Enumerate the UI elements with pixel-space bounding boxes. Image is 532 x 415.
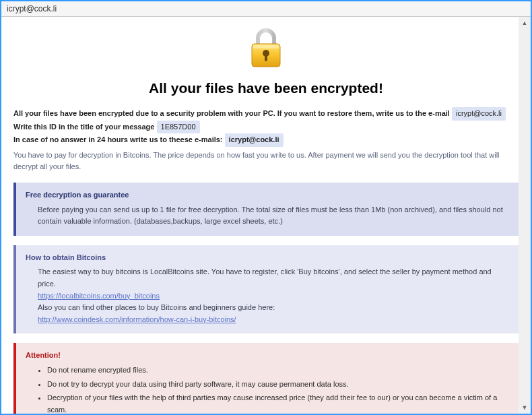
- contact-email-1: icrypt@cock.li: [452, 107, 506, 121]
- intro-line-2: Write this ID in the title of your messa…: [13, 121, 519, 134]
- ransom-window: icrypt@cock.li: [0, 0, 532, 415]
- coindesk-link[interactable]: http://www.coindesk.com/information/how-…: [38, 314, 236, 326]
- scrollbar[interactable]: ▲ ▼: [519, 17, 531, 414]
- guarantee-body: Before paying you can send us up to 1 fi…: [26, 204, 509, 228]
- bitcoins-line-1: The easiest way to buy bitcoins is Local…: [38, 266, 509, 290]
- intro-line-3: In case of no answer in 24 hours write u…: [13, 133, 519, 147]
- bitcoins-body: The easiest way to buy bitcoins is Local…: [26, 266, 509, 325]
- scroll-up-icon[interactable]: ▲: [519, 17, 531, 29]
- page-title: All your files have been encrypted!: [13, 80, 519, 96]
- intro-line-1-text: All your files have been encrypted due t…: [13, 109, 452, 117]
- bitcoins-line-2: Also you can find other places to buy Bi…: [38, 302, 509, 314]
- intro-line-1: All your files have been encrypted due t…: [13, 107, 519, 121]
- lock-wrap: [13, 24, 519, 73]
- guarantee-title: Free decryption as guarantee: [26, 189, 509, 201]
- localbitcoins-link[interactable]: https://localbitcoins.com/buy_bitcoins: [38, 290, 160, 302]
- svg-rect-3: [265, 55, 267, 61]
- attention-box: Attention! Do not rename encrypted files…: [13, 343, 519, 414]
- attention-item: Do not rename encrypted files.: [47, 364, 509, 377]
- content-area: All your files have been encrypted! All …: [1, 17, 531, 414]
- contact-email-2: icrypt@cock.li: [225, 133, 284, 147]
- attention-item: Do not try to decrypt your data using th…: [47, 379, 509, 391]
- window-titlebar: icrypt@cock.li: [1, 1, 531, 17]
- scroll-down-icon[interactable]: ▼: [519, 402, 531, 414]
- attention-list: Do not rename encrypted files. Do not tr…: [26, 364, 509, 414]
- bitcoins-box: How to obtain Bitcoins The easiest way t…: [13, 245, 519, 334]
- window-title: icrypt@cock.li: [7, 4, 57, 13]
- guarantee-box: Free decryption as guarantee Before payi…: [13, 183, 519, 236]
- bitcoins-title: How to obtain Bitcoins: [26, 252, 509, 264]
- victim-id: 1E857D00: [157, 121, 200, 134]
- attention-title: Attention!: [26, 350, 509, 362]
- intro-block: All your files have been encrypted due t…: [13, 107, 519, 173]
- intro-line-3-text: In case of no answer in 24 hours write u…: [13, 135, 225, 143]
- payment-note: You have to pay for decryption in Bitcoi…: [13, 150, 519, 173]
- attention-item: Decryption of your files with the help o…: [47, 392, 509, 414]
- svg-rect-1: [253, 45, 279, 49]
- lock-icon: [247, 28, 285, 72]
- intro-line-2-text: Write this ID in the title of your messa…: [13, 123, 157, 131]
